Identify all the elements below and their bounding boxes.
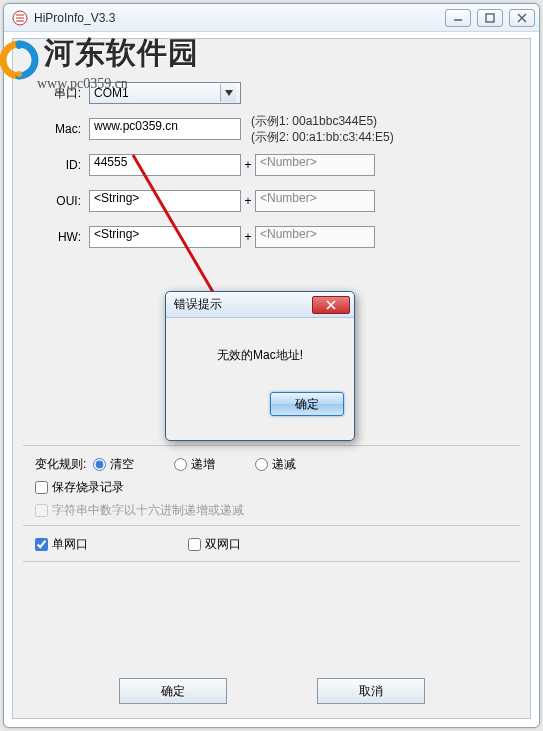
serial-select[interactable]: COM1 bbox=[89, 82, 241, 104]
rule-label: 变化规则: bbox=[35, 456, 93, 473]
separator bbox=[23, 561, 520, 562]
radio-inc[interactable]: 递增 bbox=[174, 456, 215, 473]
oui-label: OUI: bbox=[35, 194, 81, 208]
error-dialog: 错误提示 无效的Mac地址! 确定 bbox=[165, 291, 355, 441]
mac-input[interactable]: www.pc0359.cn bbox=[89, 118, 241, 140]
mac-hint1: (示例1: 00a1bbc344E5) bbox=[251, 113, 394, 129]
window-title: HiProInfo_V3.3 bbox=[34, 11, 445, 25]
rule-row: 变化规则: 清空 递增 递减 bbox=[35, 456, 508, 473]
dropdown-icon bbox=[220, 84, 236, 102]
close-icon bbox=[326, 300, 336, 310]
id-input[interactable]: 44555 bbox=[89, 154, 241, 176]
cancel-button[interactable]: 取消 bbox=[317, 678, 425, 704]
check-single-net[interactable]: 单网口 bbox=[35, 536, 88, 553]
plus-sign: + bbox=[241, 158, 255, 172]
app-icon bbox=[12, 10, 28, 26]
radio-clear[interactable]: 清空 bbox=[93, 456, 134, 473]
id-step-input[interactable]: <Number> bbox=[255, 154, 375, 176]
oui-step-input[interactable]: <Number> bbox=[255, 190, 375, 212]
logo-icon bbox=[0, 40, 41, 80]
separator bbox=[23, 445, 520, 446]
mac-label: Mac: bbox=[35, 122, 81, 136]
serial-label: 串口: bbox=[35, 85, 81, 102]
radio-dec[interactable]: 递减 bbox=[255, 456, 296, 473]
oui-input[interactable]: <String> bbox=[89, 190, 241, 212]
hw-label: HW: bbox=[35, 230, 81, 244]
dialog-close-button[interactable] bbox=[312, 296, 350, 314]
client-area: 河东软件园 www.pc0359.cn 串口: COM1 Mac: www.pc… bbox=[12, 38, 531, 719]
hw-step-input[interactable]: <Number> bbox=[255, 226, 375, 248]
button-row: 确定 取消 bbox=[13, 678, 530, 704]
dialog-title: 错误提示 bbox=[174, 296, 222, 313]
watermark-brand: 河东软件园 bbox=[44, 36, 199, 69]
mac-hints: (示例1: 00a1bbc344E5) (示例2: 00:a1:bb:c3:44… bbox=[251, 113, 394, 145]
minimize-button[interactable] bbox=[445, 9, 471, 27]
dialog-message: 无效的Mac地址! bbox=[166, 318, 354, 392]
separator bbox=[23, 525, 520, 526]
id-label: ID: bbox=[35, 158, 81, 172]
application-window: HiProInfo_V3.3 河东软件园 www.pc0359.cn 串口: bbox=[3, 3, 540, 728]
mac-hint2: (示例2: 00:a1:bb:c3:44:E5) bbox=[251, 129, 394, 145]
svg-point-2 bbox=[16, 43, 22, 49]
dialog-titlebar: 错误提示 bbox=[166, 292, 354, 318]
plus-sign: + bbox=[241, 194, 255, 208]
check-save-log[interactable]: 保存烧录记录 bbox=[35, 479, 508, 496]
serial-value: COM1 bbox=[94, 86, 129, 100]
titlebar: HiProInfo_V3.3 bbox=[4, 4, 539, 32]
net-row: 单网口 双网口 bbox=[35, 536, 508, 553]
maximize-button[interactable] bbox=[477, 9, 503, 27]
svg-point-3 bbox=[16, 71, 22, 77]
plus-sign: + bbox=[241, 230, 255, 244]
svg-rect-1 bbox=[486, 14, 494, 22]
check-dual-net[interactable]: 双网口 bbox=[188, 536, 241, 553]
ok-button[interactable]: 确定 bbox=[119, 678, 227, 704]
check-hex-mode[interactable]: 字符串中数字以十六进制递增或递减 bbox=[35, 502, 508, 519]
hw-input[interactable]: <String> bbox=[89, 226, 241, 248]
dialog-ok-button[interactable]: 确定 bbox=[270, 392, 344, 416]
close-button[interactable] bbox=[509, 9, 535, 27]
